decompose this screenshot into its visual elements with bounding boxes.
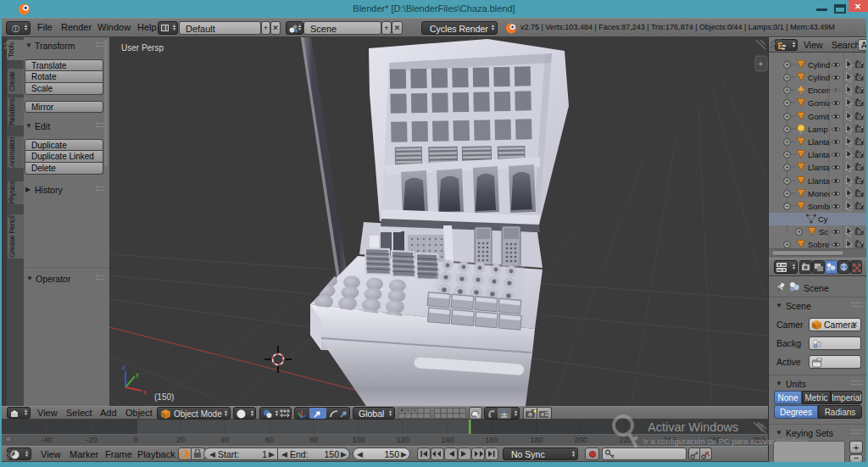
svg-text:240: 240 [663,436,676,444]
svg-text:220: 220 [619,436,632,444]
svg-text:(150): (150) [154,392,174,402]
svg-text:y: y [136,370,139,378]
svg-text:180: 180 [530,436,542,444]
svg-text:100: 100 [352,436,364,444]
svg-text:40: 40 [220,436,229,444]
svg-text:160: 160 [485,436,498,444]
svg-text:20: 20 [176,436,185,444]
svg-text:+: + [759,59,764,69]
svg-text:z: z [122,364,125,371]
svg-text:0: 0 [133,436,137,444]
svg-text:80: 80 [309,436,318,444]
svg-text:User Persp: User Persp [121,43,164,53]
svg-text:-20: -20 [86,436,97,444]
svg-text:260: 260 [708,436,721,444]
svg-text:200: 200 [574,436,587,444]
svg-text:140: 140 [441,436,453,444]
svg-text:120: 120 [396,436,409,444]
svg-text:-40: -40 [41,436,52,444]
svg-text:60: 60 [265,436,274,444]
svg-text:x: x [143,388,147,396]
